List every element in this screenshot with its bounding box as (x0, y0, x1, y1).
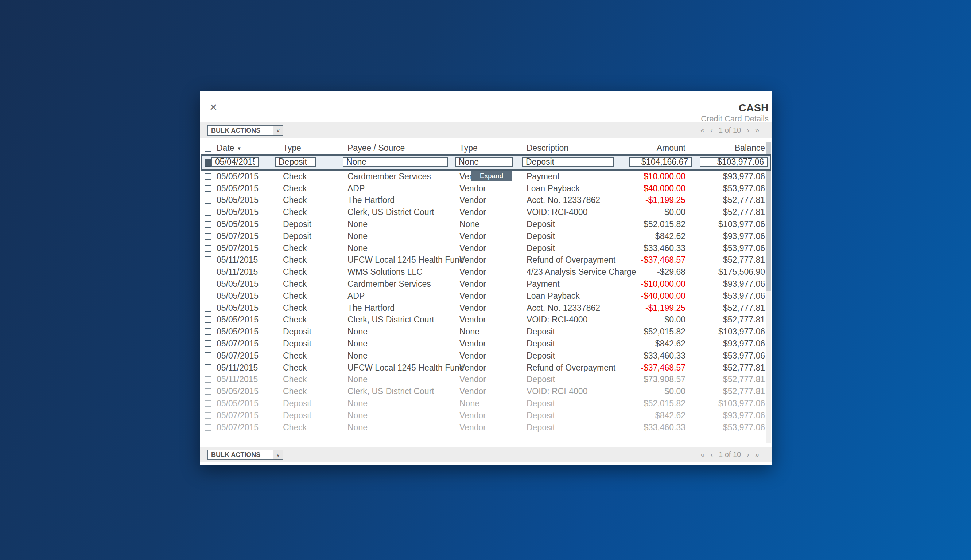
edit-description-input[interactable] (522, 157, 614, 167)
credit-card-details-dialog: ✕ CASH Credit Card Details BULK ACTIONS … (200, 91, 772, 465)
table-row[interactable]: 05/07/2015CheckNoneVendorDeposit$33,460.… (200, 350, 766, 362)
column-header-date[interactable]: Date▼ (217, 143, 283, 153)
cell-description: VOID: RCI-4000 (526, 315, 593, 325)
cell-date: 05/05/2015 (217, 195, 283, 205)
table-row[interactable]: 05/05/2015DepositNoneNoneDeposit$52,015.… (200, 326, 766, 338)
table-row[interactable]: 05/07/2015CheckNoneVendorDeposit$33,460.… (200, 422, 766, 433)
table-row[interactable]: 05/11/2015CheckUFCW Local 1245 Health Fu… (200, 362, 766, 374)
row-checkbox[interactable] (205, 185, 212, 192)
cell-amount: $73,908.57 (593, 375, 685, 384)
table-row[interactable]: 05/05/2015CheckThe HartfordVendorAcct. N… (200, 195, 766, 207)
edit-payee-input[interactable] (343, 157, 448, 167)
row-checkbox[interactable] (205, 197, 212, 204)
cell-type: Check (283, 279, 348, 289)
column-header-payee-source[interactable]: Payee / Source (348, 143, 460, 153)
table-row[interactable]: 05/05/2015DepositNoneNoneDeposit$52,015.… (200, 398, 766, 410)
table-row[interactable]: 05/07/2015DepositNoneVendorDeposit$842.6… (200, 410, 766, 422)
table-row[interactable]: 05/11/2015CheckWMS Solutions LLCVendor4/… (200, 266, 766, 278)
prev-page-button[interactable]: ‹ (710, 126, 713, 135)
cell-payee-source: UFCW Local 1245 Health Fund (348, 363, 460, 373)
row-checkbox[interactable] (205, 412, 212, 419)
row-checkbox[interactable] (205, 257, 212, 263)
edit-row-checkbox-checked[interactable] (205, 159, 212, 167)
table-row[interactable]: 05/05/2015CheckClerk, US District CourtV… (200, 206, 766, 218)
select-all-checkbox[interactable] (205, 145, 212, 152)
cell-type2: Vendor (460, 375, 526, 384)
cell-amount: -$37,468.57 (593, 255, 685, 265)
cell-balance: $52,777.81 (685, 255, 765, 265)
cell-amount: -$40,000.00 (593, 291, 685, 301)
first-page-button[interactable]: « (700, 450, 704, 459)
row-checkbox[interactable] (205, 400, 212, 407)
cell-description: Loan Payback (526, 291, 593, 301)
cell-payee-source: None (348, 243, 460, 253)
edit-amount-input[interactable] (629, 157, 692, 167)
cell-type: Check (283, 172, 348, 182)
cell-type: Deposit (283, 411, 348, 420)
vertical-scrollbar-track[interactable] (766, 142, 771, 443)
table-row[interactable]: 05/05/2015CheckCardmember ServicesVendor… (200, 278, 766, 290)
row-checkbox[interactable] (205, 376, 212, 383)
bulk-actions-dropdown-bottom[interactable]: BULK ACTIONS v (207, 450, 283, 460)
edit-balance-input[interactable] (700, 157, 767, 167)
cell-amount: $0.00 (593, 207, 685, 217)
last-page-button[interactable]: » (755, 126, 759, 135)
cell-date: 05/07/2015 (217, 411, 283, 420)
row-checkbox[interactable] (205, 233, 212, 240)
row-checkbox[interactable] (205, 221, 212, 228)
edit-type2-input[interactable] (455, 157, 513, 167)
row-checkbox[interactable] (205, 293, 212, 300)
row-checkbox[interactable] (205, 209, 212, 216)
table-row[interactable]: 05/07/2015CheckNoneVendorDeposit$33,460.… (200, 242, 766, 254)
table-row[interactable]: 05/05/2015DepositNoneNoneDeposit$52,015.… (200, 218, 766, 230)
row-checkbox[interactable] (205, 340, 212, 347)
column-header-amount[interactable]: Amount (593, 143, 685, 153)
table-row[interactable]: 05/07/2015DepositNoneVendorDeposit$842.6… (200, 338, 766, 350)
next-page-button[interactable]: › (747, 450, 749, 459)
row-checkbox[interactable] (205, 388, 212, 395)
row-checkbox[interactable] (205, 173, 212, 180)
cell-description: VOID: RCI-4000 (526, 387, 593, 397)
column-header-type2[interactable]: Type (460, 143, 526, 153)
cell-payee-source: None (348, 219, 460, 229)
cell-description: Acct. No. 12337862 (526, 195, 593, 205)
row-checkbox[interactable] (205, 316, 212, 323)
row-checkbox[interactable] (205, 328, 212, 335)
table-row[interactable]: 05/05/2015CheckADPVendorLoan Payback-$40… (200, 183, 766, 195)
row-checkbox[interactable] (205, 424, 212, 431)
cell-type2: Vendor (460, 339, 526, 349)
edit-date-input[interactable] (212, 157, 259, 167)
table-row[interactable]: 05/07/2015DepositNoneVendorDeposit$842.6… (200, 230, 766, 242)
cell-type2: Vendor (460, 291, 526, 301)
edit-row[interactable] (201, 155, 771, 170)
column-header-type[interactable]: Type (283, 143, 348, 153)
next-page-button[interactable]: › (747, 126, 749, 135)
column-header-balance[interactable]: Balance (685, 143, 765, 153)
table-row[interactable]: 05/05/2015CheckADPVendorLoan Payback-$40… (200, 290, 766, 302)
table-row[interactable]: 05/11/2015CheckNoneVendorDeposit$73,908.… (200, 374, 766, 386)
row-checkbox[interactable] (205, 245, 212, 252)
table-row[interactable]: 05/05/2015CheckClerk, US District CourtV… (200, 385, 766, 398)
row-checkbox[interactable] (205, 280, 212, 287)
cell-balance: $175,506.90 (685, 267, 765, 277)
edit-type-input[interactable] (275, 157, 316, 167)
cell-balance: $93,977.06 (685, 411, 765, 420)
row-checkbox[interactable] (205, 305, 212, 312)
expand-tooltip[interactable]: Expand (471, 171, 512, 181)
cell-payee-source: None (348, 327, 460, 337)
table-row[interactable]: 05/05/2015CheckClerk, US District CourtV… (200, 314, 766, 326)
cell-payee-source: WMS Solutions LLC (348, 267, 460, 277)
prev-page-button[interactable]: ‹ (710, 450, 713, 459)
bulk-actions-dropdown[interactable]: BULK ACTIONS v (207, 125, 283, 135)
last-page-button[interactable]: » (755, 450, 759, 459)
row-checkbox[interactable] (205, 268, 212, 275)
cell-description: Loan Payback (526, 183, 593, 193)
row-checkbox[interactable] (205, 364, 212, 371)
table-row[interactable]: 05/05/2015CheckThe HartfordVendorAcct. N… (200, 302, 766, 314)
close-icon[interactable]: ✕ (209, 101, 222, 114)
first-page-button[interactable]: « (700, 126, 704, 135)
table-row[interactable]: 05/11/2015CheckUFCW Local 1245 Health Fu… (200, 254, 766, 266)
column-header-description[interactable]: Description (526, 143, 593, 153)
cell-date: 05/05/2015 (217, 207, 283, 217)
row-checkbox[interactable] (205, 352, 212, 359)
